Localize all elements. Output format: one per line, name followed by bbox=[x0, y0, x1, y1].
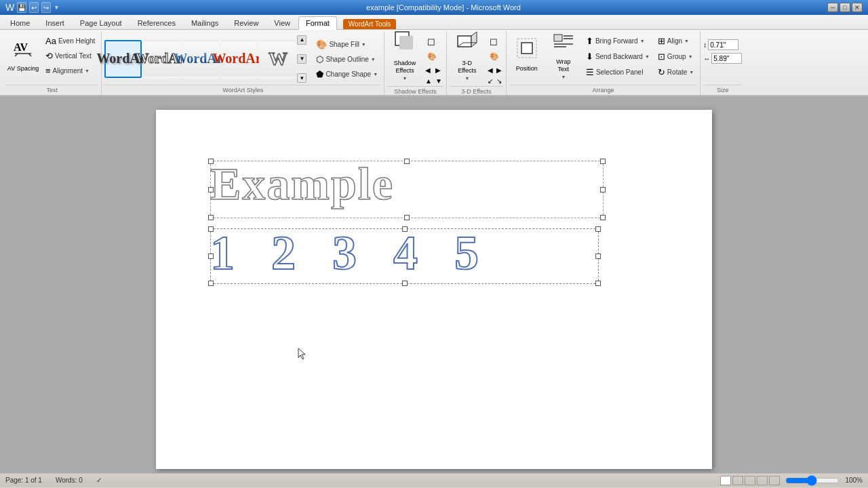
tab-review[interactable]: Review bbox=[226, 16, 266, 29]
threed-group-label: 3-D Effects bbox=[450, 86, 503, 96]
spell-check-icon: ✓ bbox=[96, 476, 102, 484]
threed-color[interactable]: 🎨 bbox=[486, 50, 503, 63]
shadow-on-off[interactable]: ☐ bbox=[424, 35, 443, 49]
shadow-nudge-up[interactable]: ▲ bbox=[424, 76, 433, 86]
shadow-effects-icon bbox=[393, 29, 417, 58]
wordart-scroll-up[interactable]: ▲ bbox=[297, 35, 307, 45]
rotate-label: Rotate bbox=[667, 68, 687, 76]
height-input-row: ↕ bbox=[703, 39, 742, 50]
ribbon-group-3d: 3-DEffects ▼ ☐ 🎨 ◀ ▶ ↙ ↘ 3-D Effects bbox=[447, 31, 507, 95]
full-screen-btn[interactable] bbox=[732, 476, 743, 485]
mouse-cursor bbox=[297, 347, 307, 363]
numbers-handle-br[interactable] bbox=[595, 281, 601, 286]
numbers-handle-bl[interactable] bbox=[208, 281, 214, 286]
draft-btn[interactable] bbox=[769, 476, 780, 485]
group-dropdown: ▼ bbox=[688, 54, 693, 59]
shadow-nudge-right[interactable]: ▶ bbox=[434, 65, 443, 75]
align-button[interactable]: ⊞ Align ▼ bbox=[654, 34, 697, 48]
tab-insert[interactable]: Insert bbox=[38, 16, 72, 29]
av-spacing-button[interactable]: AV AV Spacing bbox=[5, 33, 41, 77]
shape-outline-button[interactable]: ⬡ Shape Outline ▼ bbox=[313, 52, 381, 66]
print-layout-btn[interactable] bbox=[720, 476, 731, 485]
ribbon-tabs: Home Insert Page Layout References Maili… bbox=[0, 15, 868, 30]
wordart-styles-group-label: WordArt Styles bbox=[104, 85, 381, 95]
threed-nudge-left[interactable]: ◀ bbox=[486, 65, 494, 75]
alignment-icon: ≡ bbox=[45, 66, 51, 76]
wordart-example-container: Example bbox=[210, 161, 604, 218]
threed-on-off[interactable]: ☐ bbox=[486, 35, 503, 49]
tab-view[interactable]: View bbox=[267, 16, 298, 29]
quick-access-undo[interactable]: ↩ bbox=[29, 2, 39, 13]
document-page: Example 1 2 3 4 5 bbox=[156, 110, 712, 469]
tab-home[interactable]: Home bbox=[3, 16, 37, 29]
shape-fill-icon: 🎨 bbox=[316, 39, 327, 49]
handle-br[interactable] bbox=[600, 215, 606, 220]
bring-forward-button[interactable]: ⬆ Bring Forward ▼ bbox=[583, 34, 653, 48]
shadow-effects-button[interactable]: ShadowEffects ▼ bbox=[387, 33, 422, 77]
width-input[interactable] bbox=[711, 53, 742, 64]
vertical-text-icon: ⟲ bbox=[45, 51, 53, 61]
svg-rect-2 bbox=[399, 36, 413, 49]
threed-color-icon: 🎨 bbox=[490, 52, 499, 61]
tab-mailings[interactable]: Mailings bbox=[184, 16, 226, 29]
even-height-icon: Aa bbox=[45, 36, 56, 46]
outline-btn[interactable] bbox=[757, 476, 768, 485]
selection-panel-label: Selection Panel bbox=[596, 68, 644, 76]
shadow-nudge-left[interactable]: ◀ bbox=[424, 65, 433, 75]
wordart-tools-tab[interactable]: WordArt Tools bbox=[343, 19, 396, 29]
send-backward-dropdown: ▼ bbox=[645, 54, 650, 59]
minimize-button[interactable]: ─ bbox=[827, 3, 838, 12]
quick-access-save[interactable]: 💾 bbox=[17, 2, 26, 13]
threed-effects-button[interactable]: 3-DEffects ▼ bbox=[450, 33, 485, 77]
threed-nudge-right[interactable]: ▶ bbox=[495, 65, 503, 75]
wrap-text-button[interactable]: WrapText ▼ bbox=[546, 33, 581, 77]
selection-panel-button[interactable]: ☰ Selection Panel bbox=[583, 65, 653, 79]
position-icon bbox=[516, 37, 538, 64]
group-button[interactable]: ⊡ Group ▼ bbox=[654, 49, 697, 64]
wordart-scroll-down[interactable]: ▼ bbox=[297, 54, 307, 64]
even-height-button[interactable]: Aa Even Height bbox=[42, 34, 98, 48]
threed-tilt-right[interactable]: ↘ bbox=[495, 76, 503, 86]
wordart-style-4[interactable]: WordArt bbox=[220, 40, 258, 78]
tab-references[interactable]: References bbox=[130, 16, 183, 29]
handle-bl[interactable] bbox=[208, 215, 214, 220]
height-input[interactable] bbox=[708, 39, 738, 50]
change-shape-label: Change Shape bbox=[326, 70, 371, 78]
bring-forward-label: Bring Forward bbox=[595, 37, 638, 45]
quick-access-redo[interactable]: ↪ bbox=[41, 2, 51, 13]
web-layout-btn[interactable] bbox=[745, 476, 755, 485]
group-icon: ⊡ bbox=[658, 52, 665, 62]
handle-bm[interactable] bbox=[404, 215, 410, 220]
threed-effects-label: 3-DEffects bbox=[458, 60, 476, 75]
shape-fill-dropdown: ▼ bbox=[361, 42, 366, 47]
change-shape-icon: ⬟ bbox=[316, 69, 323, 79]
wordart-scroll-more[interactable]: ▾ bbox=[297, 73, 307, 83]
threed-tilt-left[interactable]: ↙ bbox=[486, 76, 494, 86]
shape-fill-button[interactable]: 🎨 Shape Fill ▼ bbox=[313, 37, 381, 52]
ribbon: AV AV Spacing Aa Even Height ⟲ Vertical … bbox=[0, 30, 868, 96]
tab-page-layout[interactable]: Page Layout bbox=[73, 16, 130, 29]
rotate-icon: ↻ bbox=[658, 67, 665, 77]
close-button[interactable]: ✕ bbox=[852, 3, 863, 12]
alignment-button[interactable]: ≡ Alignment ▼ bbox=[42, 64, 98, 78]
tab-format[interactable]: Format bbox=[298, 16, 337, 30]
shape-outline-icon: ⬡ bbox=[316, 54, 323, 64]
send-backward-button[interactable]: ⬇ Send Backward ▼ bbox=[583, 49, 653, 64]
restore-button[interactable]: □ bbox=[840, 3, 850, 12]
wordart-style-5[interactable]: W bbox=[259, 40, 296, 78]
rotate-button[interactable]: ↻ Rotate ▼ bbox=[654, 65, 697, 79]
zoom-slider[interactable] bbox=[785, 477, 840, 484]
zoom-level: 100% bbox=[845, 476, 863, 484]
threed-dropdown: ▼ bbox=[465, 76, 469, 81]
shadow-toggle-icon: ☐ bbox=[427, 37, 435, 47]
rotate-dropdown: ▼ bbox=[689, 70, 694, 75]
numbers-handle-bm[interactable] bbox=[402, 281, 408, 286]
position-button[interactable]: Position bbox=[509, 33, 545, 77]
wordart-scroll: ▲ ▼ ▾ bbox=[297, 35, 307, 83]
view-buttons bbox=[720, 476, 780, 485]
shadow-color[interactable]: 🎨 bbox=[424, 50, 443, 63]
vertical-text-button[interactable]: ⟲ Vertical Text bbox=[42, 49, 98, 63]
window-title: example [Compatibility Mode] - Microsoft… bbox=[60, 3, 827, 12]
change-shape-button[interactable]: ⬟ Change Shape ▼ bbox=[313, 67, 381, 81]
shadow-nudge-down[interactable]: ▼ bbox=[434, 76, 443, 86]
